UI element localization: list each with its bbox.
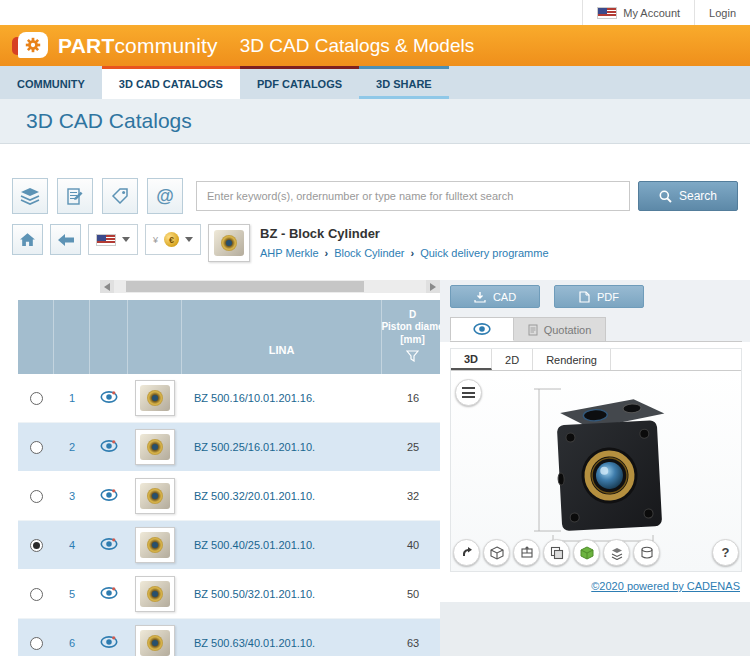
row-number[interactable]: 3 xyxy=(54,472,90,520)
layers-icon xyxy=(20,187,40,205)
tab-rendering[interactable]: Rendering xyxy=(533,349,611,370)
preview-eye-icon[interactable] xyxy=(100,635,118,651)
part-name-link[interactable]: BZ 500.25/16.01.201.10. xyxy=(182,423,382,471)
scroll-right-button[interactable] xyxy=(426,280,440,293)
table-row[interactable]: 5 BZ 500.50/32.01.201.10. 50 xyxy=(18,570,440,619)
piston-diameter-value: 50 xyxy=(382,570,440,618)
table-row[interactable]: 6 BZ 500.63/40.01.201.10. 63 xyxy=(18,619,440,656)
part-name-link[interactable]: BZ 500.63/40.01.201.10. xyxy=(182,619,382,656)
quotation-doc-icon xyxy=(528,324,538,336)
order-list-button[interactable] xyxy=(57,178,93,214)
row-number[interactable]: 1 xyxy=(54,374,90,422)
table-row[interactable]: 1 BZ 500.16/10.01.201.16. 16 xyxy=(18,374,440,423)
preview-eye-tab[interactable] xyxy=(450,317,514,341)
cad-button-label: CAD xyxy=(493,291,516,303)
scroll-left-icon xyxy=(104,283,110,291)
pdf-button-label: PDF xyxy=(597,291,619,303)
catalog-layers-button[interactable] xyxy=(12,178,48,214)
row-radio[interactable] xyxy=(30,588,43,601)
row-number[interactable]: 6 xyxy=(54,619,90,656)
part-thumbnail[interactable] xyxy=(135,380,175,416)
part-thumbnail[interactable] xyxy=(135,478,175,514)
compare-view-icon[interactable] xyxy=(543,539,570,566)
row-number[interactable]: 5 xyxy=(54,570,90,618)
partcommunity-logo[interactable] xyxy=(12,31,50,61)
scroll-left-button[interactable] xyxy=(100,280,114,293)
back-button[interactable] xyxy=(50,224,81,255)
brand-wordmark[interactable]: PARTcommunity xyxy=(58,34,218,58)
language-dropdown[interactable] xyxy=(88,224,138,255)
part-thumbnail[interactable] xyxy=(135,527,175,563)
part-image xyxy=(140,385,170,411)
part-name-link[interactable]: BZ 500.50/32.01.201.10. xyxy=(182,570,382,618)
pdf-download-button[interactable]: PDF xyxy=(554,285,644,308)
tab-pdf-catalogs[interactable]: PDF CATALOGS xyxy=(240,66,359,99)
table-row[interactable]: 4 BZ 500.40/25.01.201.10. 40 xyxy=(18,521,440,570)
row-radio[interactable] xyxy=(30,392,43,405)
part-name-link[interactable]: BZ 500.40/25.01.201.10. xyxy=(182,521,382,569)
tag-icon xyxy=(111,188,129,204)
row-number[interactable]: 4 xyxy=(54,521,90,569)
selected-part-thumbnail[interactable] xyxy=(208,224,250,262)
cube-view-icon[interactable] xyxy=(483,539,510,566)
tab-2d[interactable]: 2D xyxy=(492,349,533,370)
breadcrumb-catalog[interactable]: AHP Merkle xyxy=(260,247,318,259)
help-button[interactable]: ? xyxy=(712,539,739,566)
preview-eye-icon[interactable] xyxy=(100,488,118,504)
table-row[interactable]: 3 BZ 500.32/20.01.201.10. 32 xyxy=(18,472,440,521)
row-radio[interactable] xyxy=(30,637,43,650)
at-search-button[interactable]: @ xyxy=(147,178,183,214)
tab-3d-share[interactable]: 3D SHARE xyxy=(359,66,449,99)
header-lina[interactable]: LINA xyxy=(182,300,382,374)
header-piston-diameter[interactable]: D Piston diame [mm] xyxy=(382,300,440,374)
cylinder-view-icon[interactable] xyxy=(633,539,660,566)
filter-funnel-icon[interactable] xyxy=(406,350,419,366)
currency-dropdown[interactable]: ¥ € xyxy=(145,224,201,255)
scrollbar-thumb[interactable] xyxy=(126,281,363,292)
preview-eye-icon[interactable] xyxy=(100,537,118,553)
search-input[interactable] xyxy=(197,190,629,202)
parts-table-panel: LINA D Piston diame [mm] 1 xyxy=(0,278,440,656)
scrollbar-track[interactable] xyxy=(114,280,426,293)
row-radio[interactable] xyxy=(30,539,43,552)
home-button[interactable] xyxy=(12,224,43,255)
tag-filter-button[interactable] xyxy=(102,178,138,214)
login-link[interactable]: Login xyxy=(694,0,750,25)
tab-3d-cad-catalogs[interactable]: 3D CAD CATALOGS xyxy=(102,66,240,99)
tab-3d[interactable]: 3D xyxy=(451,349,492,370)
logo-bubble xyxy=(18,32,48,58)
search-button[interactable]: Search xyxy=(638,181,738,211)
my-account-link[interactable]: My Account xyxy=(582,0,694,25)
login-label: Login xyxy=(709,7,736,19)
part-thumbnail[interactable] xyxy=(135,625,175,656)
quotation-tab[interactable]: Quotation xyxy=(514,317,606,341)
breadcrumb: AHP Merkle › Block Cylinder › Quick deli… xyxy=(260,247,549,259)
section-view-icon[interactable] xyxy=(513,539,540,566)
table-row[interactable]: 2 BZ 500.25/16.01.201.10. 25 xyxy=(18,423,440,472)
layers-view-icon[interactable] xyxy=(603,539,630,566)
row-radio[interactable] xyxy=(30,490,43,503)
breadcrumb-category[interactable]: Block Cylinder xyxy=(334,247,404,259)
partcommunity-app: My Account Login PARTcommunity 3D CAD Ca… xyxy=(0,0,750,656)
my-account-label: My Account xyxy=(623,7,680,19)
part-thumbnail[interactable] xyxy=(135,429,175,465)
part-name-link[interactable]: BZ 500.32/20.01.201.10. xyxy=(182,472,382,520)
breadcrumb-subcategory[interactable]: Quick delivery programme xyxy=(420,247,548,259)
preview-eye-icon[interactable] xyxy=(100,439,118,455)
eye-icon xyxy=(472,322,492,336)
preview-panel: CAD PDF xyxy=(440,278,750,656)
3d-viewer[interactable]: ? xyxy=(451,371,741,571)
preview-eye-icon[interactable] xyxy=(100,390,118,406)
search-box xyxy=(196,181,630,211)
preview-eye-icon[interactable] xyxy=(100,586,118,602)
row-number[interactable]: 2 xyxy=(54,423,90,471)
solid-green-cube-icon[interactable] xyxy=(573,539,600,566)
rotate-tool-icon[interactable] xyxy=(453,539,480,566)
cad-download-button[interactable]: CAD xyxy=(450,285,540,308)
row-radio[interactable] xyxy=(30,441,43,454)
part-name-link[interactable]: BZ 500.16/10.01.201.16. xyxy=(182,374,382,422)
cadenas-link[interactable]: ©2020 powered by CADENAS xyxy=(591,580,740,592)
preview-tabs: Quotation xyxy=(450,317,742,342)
tab-community[interactable]: COMMUNITY xyxy=(0,66,102,99)
part-thumbnail[interactable] xyxy=(135,576,175,612)
